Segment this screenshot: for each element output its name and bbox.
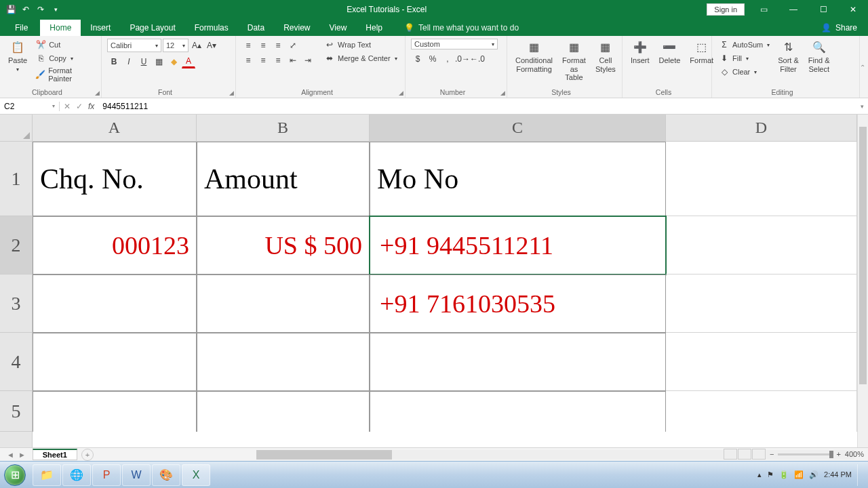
select-all-corner[interactable] xyxy=(0,115,33,142)
tab-file[interactable]: File xyxy=(3,20,40,36)
align-top-icon[interactable]: ≡ xyxy=(241,39,255,52)
show-desktop-button[interactable] xyxy=(857,464,863,486)
align-left-icon[interactable]: ≡ xyxy=(241,54,255,67)
page-break-view-icon[interactable] xyxy=(752,449,766,460)
font-color-button[interactable]: A xyxy=(182,55,195,68)
maximize-icon[interactable]: ☐ xyxy=(808,0,838,19)
tray-flag-icon[interactable]: ⚑ xyxy=(767,470,774,479)
fill-color-button[interactable]: ◆ xyxy=(167,55,180,68)
increase-decimal-icon[interactable]: .0→ xyxy=(456,52,469,66)
sheet-nav-next-icon[interactable]: ► xyxy=(18,451,26,459)
expand-formula-bar-icon[interactable]: ▾ xyxy=(856,103,868,110)
tray-battery-icon[interactable]: 🔋 xyxy=(779,470,789,479)
clear-button[interactable]: ◇Clear▾ xyxy=(717,66,771,78)
enter-formula-icon[interactable]: ✓ xyxy=(76,102,83,111)
collapse-ribbon-icon[interactable]: ⌃ xyxy=(860,63,865,70)
underline-button[interactable]: U xyxy=(137,55,151,68)
zoom-out-icon[interactable]: − xyxy=(770,450,774,458)
sheet-tab-sheet1[interactable]: Sheet1 xyxy=(33,449,77,460)
col-header-b[interactable]: B xyxy=(197,115,370,141)
format-as-table-button[interactable]: ▦Format as Table xyxy=(559,39,589,83)
taskbar-clock[interactable]: 2:44 PM xyxy=(824,470,852,479)
col-header-a[interactable]: A xyxy=(33,115,197,141)
cut-button[interactable]: ✂️Cut xyxy=(34,39,96,51)
undo-icon[interactable]: ↶ xyxy=(19,3,33,16)
page-layout-view-icon[interactable] xyxy=(738,449,751,460)
delete-cells-button[interactable]: ➖Delete xyxy=(656,39,684,66)
taskbar-excel-icon[interactable]: X xyxy=(182,464,210,486)
redo-icon[interactable]: ↷ xyxy=(34,3,47,16)
tab-home[interactable]: Home xyxy=(40,20,81,36)
percent-format-icon[interactable]: % xyxy=(426,52,439,66)
row-header-1[interactable]: 1 xyxy=(0,142,32,216)
row-header-2[interactable]: 2 xyxy=(0,216,32,274)
find-select-button[interactable]: 🔍Find & Select xyxy=(806,39,833,75)
start-button[interactable] xyxy=(0,462,30,489)
insert-cells-button[interactable]: ➕Insert xyxy=(628,39,652,66)
cell-a2[interactable]: 000123 xyxy=(33,216,197,274)
name-box[interactable]: C2▾ xyxy=(0,102,60,111)
tab-formulas[interactable]: Formulas xyxy=(185,20,238,36)
scrollbar-thumb[interactable] xyxy=(859,127,867,384)
col-header-d[interactable]: D xyxy=(666,115,857,141)
align-middle-icon[interactable]: ≡ xyxy=(256,39,270,52)
border-button[interactable]: ▦ xyxy=(152,55,165,68)
taskbar-powerpoint-icon[interactable]: P xyxy=(92,464,121,486)
tray-volume-icon[interactable]: 🔊 xyxy=(809,470,818,479)
cell-c4[interactable] xyxy=(370,333,666,391)
cell-b2[interactable]: US $ 500 xyxy=(197,216,370,274)
row-header-4[interactable]: 4 xyxy=(0,333,32,391)
accounting-format-icon[interactable]: $ xyxy=(411,52,425,66)
taskbar-chrome-icon[interactable]: 🌐 xyxy=(62,464,91,486)
taskbar-app-icon[interactable]: 🎨 xyxy=(152,464,180,486)
tray-network-icon[interactable]: 📶 xyxy=(794,470,804,479)
format-painter-button[interactable]: 🖌️Format Painter xyxy=(34,66,96,83)
signin-button[interactable]: Sign in xyxy=(707,3,745,16)
tab-review[interactable]: Review xyxy=(274,20,319,36)
font-name-select[interactable]: Calibri▾ xyxy=(107,39,161,52)
cell-a1[interactable]: Chq. No. xyxy=(33,142,197,216)
number-format-select[interactable]: Custom▾ xyxy=(411,39,498,49)
col-header-c[interactable]: C xyxy=(370,115,666,141)
zoom-in-icon[interactable]: + xyxy=(836,450,840,458)
cell-a3[interactable] xyxy=(33,274,197,333)
merge-center-button[interactable]: ⬌Merge & Center▾ xyxy=(323,52,399,64)
paste-button[interactable]: 📋 Paste ▾ xyxy=(5,39,30,74)
autosum-button[interactable]: ΣAutoSum▾ xyxy=(717,39,771,51)
cell-c2[interactable]: +91 9445511211 xyxy=(370,216,666,274)
cell-c1[interactable]: Mo No xyxy=(370,142,666,216)
cell-d1[interactable] xyxy=(666,142,857,216)
sheet-nav-prev-icon[interactable]: ◄ xyxy=(7,451,14,459)
italic-button[interactable]: I xyxy=(122,55,136,68)
qat-customize-icon[interactable]: ▾ xyxy=(49,3,62,16)
share-button[interactable]: 👤 Share xyxy=(813,20,865,36)
align-right-icon[interactable]: ≡ xyxy=(271,54,285,67)
tell-me-search[interactable]: 💡 Tell me what you want to do xyxy=(397,20,526,36)
cell-a4[interactable] xyxy=(33,333,197,391)
sort-filter-button[interactable]: ⇅Sort & Filter xyxy=(775,39,802,75)
cell-d4[interactable] xyxy=(666,333,857,391)
copy-button[interactable]: ⎘Copy▾ xyxy=(34,52,96,64)
conditional-formatting-button[interactable]: ▦Conditional Formatting xyxy=(513,39,555,75)
tab-help[interactable]: Help xyxy=(356,20,392,36)
increase-indent-icon[interactable]: ⇥ xyxy=(301,54,315,67)
ribbon-display-icon[interactable]: ▭ xyxy=(749,0,778,19)
save-icon[interactable]: 💾 xyxy=(4,3,18,16)
minimize-icon[interactable]: — xyxy=(778,0,808,19)
cell-d5[interactable] xyxy=(666,391,857,432)
taskbar-explorer-icon[interactable]: 📁 xyxy=(33,464,61,486)
dialog-launcher-icon[interactable]: ◢ xyxy=(399,89,403,96)
dialog-launcher-icon[interactable]: ◢ xyxy=(95,89,100,96)
align-bottom-icon[interactable]: ≡ xyxy=(271,39,285,52)
add-sheet-button[interactable]: + xyxy=(81,449,94,461)
cell-c5[interactable] xyxy=(370,391,666,432)
orientation-icon[interactable]: ⤢ xyxy=(286,39,300,52)
cell-a5[interactable] xyxy=(33,391,197,432)
cancel-formula-icon[interactable]: ✕ xyxy=(64,102,71,111)
dialog-launcher-icon[interactable]: ◢ xyxy=(229,89,234,96)
tray-expand-icon[interactable]: ▴ xyxy=(757,470,762,479)
fx-icon[interactable]: fx xyxy=(88,102,94,111)
align-center-icon[interactable]: ≡ xyxy=(256,54,270,67)
cell-b3[interactable] xyxy=(197,274,370,333)
row-header-5[interactable]: 5 xyxy=(0,391,32,432)
